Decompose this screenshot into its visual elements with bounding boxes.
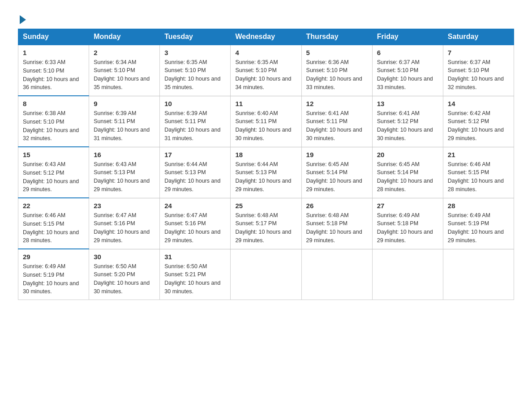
day-info: Sunrise: 6:49 AM Sunset: 5:18 PM Dayligh…: [377, 211, 438, 245]
calendar-cell: [301, 249, 372, 300]
day-number: 28: [448, 202, 509, 210]
day-info: Sunrise: 6:41 AM Sunset: 5:12 PM Dayligh…: [377, 109, 438, 143]
calendar-cell: 24 Sunrise: 6:47 AM Sunset: 5:16 PM Dayl…: [160, 198, 231, 249]
day-info: Sunrise: 6:47 AM Sunset: 5:16 PM Dayligh…: [94, 211, 155, 245]
day-info: Sunrise: 6:45 AM Sunset: 5:14 PM Dayligh…: [306, 160, 368, 194]
day-number: 9: [94, 100, 155, 107]
calendar-cell: 14 Sunrise: 6:42 AM Sunset: 5:12 PM Dayl…: [443, 96, 514, 147]
day-number: 17: [164, 151, 226, 158]
calendar-cell: 17 Sunrise: 6:44 AM Sunset: 5:13 PM Dayl…: [160, 147, 231, 198]
weekday-header-wednesday: Wednesday: [231, 29, 301, 45]
calendar-cell: 19 Sunrise: 6:45 AM Sunset: 5:14 PM Dayl…: [301, 147, 372, 198]
day-info: Sunrise: 6:34 AM Sunset: 5:10 PM Dayligh…: [94, 58, 155, 92]
calendar-cell: 8 Sunrise: 6:38 AM Sunset: 5:10 PM Dayli…: [18, 96, 89, 147]
day-number: 21: [448, 151, 509, 158]
calendar-cell: 18 Sunrise: 6:44 AM Sunset: 5:13 PM Dayl…: [231, 147, 301, 198]
weekday-header-friday: Friday: [372, 29, 443, 45]
day-info: Sunrise: 6:47 AM Sunset: 5:16 PM Dayligh…: [164, 211, 226, 245]
day-number: 10: [164, 100, 226, 107]
calendar-cell: 12 Sunrise: 6:41 AM Sunset: 5:11 PM Dayl…: [301, 96, 372, 147]
calendar-cell: 3 Sunrise: 6:35 AM Sunset: 5:10 PM Dayli…: [160, 45, 231, 96]
calendar-row-3: 15 Sunrise: 6:43 AM Sunset: 5:12 PM Dayl…: [18, 147, 514, 198]
day-number: 14: [448, 100, 509, 107]
day-info: Sunrise: 6:35 AM Sunset: 5:10 PM Dayligh…: [164, 58, 226, 92]
day-number: 13: [377, 100, 438, 107]
day-number: 20: [377, 151, 438, 158]
day-info: Sunrise: 6:36 AM Sunset: 5:10 PM Dayligh…: [306, 58, 368, 92]
day-number: 27: [377, 202, 438, 210]
day-info: Sunrise: 6:49 AM Sunset: 5:19 PM Dayligh…: [23, 262, 84, 296]
day-info: Sunrise: 6:37 AM Sunset: 5:10 PM Dayligh…: [377, 58, 438, 92]
day-info: Sunrise: 6:41 AM Sunset: 5:11 PM Dayligh…: [306, 109, 368, 143]
calendar-body: 1 Sunrise: 6:33 AM Sunset: 5:10 PM Dayli…: [18, 45, 514, 300]
day-number: 7: [448, 49, 509, 56]
day-number: 6: [377, 49, 438, 56]
day-number: 16: [94, 151, 155, 158]
calendar-cell: [443, 249, 514, 300]
calendar-cell: 27 Sunrise: 6:49 AM Sunset: 5:18 PM Dayl…: [372, 198, 443, 249]
day-info: Sunrise: 6:33 AM Sunset: 5:10 PM Dayligh…: [23, 58, 84, 92]
day-number: 18: [235, 151, 296, 158]
weekday-header-row: SundayMondayTuesdayWednesdayThursdayFrid…: [18, 29, 514, 45]
day-info: Sunrise: 6:43 AM Sunset: 5:12 PM Dayligh…: [23, 160, 84, 194]
day-info: Sunrise: 6:50 AM Sunset: 5:21 PM Dayligh…: [164, 262, 226, 296]
calendar-cell: 4 Sunrise: 6:35 AM Sunset: 5:10 PM Dayli…: [231, 45, 301, 96]
calendar-cell: 29 Sunrise: 6:49 AM Sunset: 5:19 PM Dayl…: [18, 249, 89, 300]
calendar-cell: 31 Sunrise: 6:50 AM Sunset: 5:21 PM Dayl…: [160, 249, 231, 300]
day-number: 4: [235, 49, 296, 56]
calendar-cell: 13 Sunrise: 6:41 AM Sunset: 5:12 PM Dayl…: [372, 96, 443, 147]
day-number: 24: [164, 202, 226, 210]
calendar-cell: 15 Sunrise: 6:43 AM Sunset: 5:12 PM Dayl…: [18, 147, 89, 198]
day-info: Sunrise: 6:39 AM Sunset: 5:11 PM Dayligh…: [94, 109, 155, 143]
day-info: Sunrise: 6:46 AM Sunset: 5:15 PM Dayligh…: [448, 160, 509, 194]
page-header: [18, 13, 514, 24]
calendar-cell: 23 Sunrise: 6:47 AM Sunset: 5:16 PM Dayl…: [89, 198, 160, 249]
calendar-cell: 5 Sunrise: 6:36 AM Sunset: 5:10 PM Dayli…: [301, 45, 372, 96]
day-number: 15: [23, 151, 84, 158]
day-info: Sunrise: 6:49 AM Sunset: 5:19 PM Dayligh…: [448, 211, 509, 245]
logo: [18, 13, 26, 24]
calendar-row-1: 1 Sunrise: 6:33 AM Sunset: 5:10 PM Dayli…: [18, 45, 514, 96]
calendar-cell: 2 Sunrise: 6:34 AM Sunset: 5:10 PM Dayli…: [89, 45, 160, 96]
calendar-row-4: 22 Sunrise: 6:46 AM Sunset: 5:15 PM Dayl…: [18, 198, 514, 249]
day-info: Sunrise: 6:50 AM Sunset: 5:20 PM Dayligh…: [94, 262, 155, 296]
day-info: Sunrise: 6:40 AM Sunset: 5:11 PM Dayligh…: [235, 109, 296, 143]
day-info: Sunrise: 6:45 AM Sunset: 5:14 PM Dayligh…: [377, 160, 438, 194]
day-info: Sunrise: 6:42 AM Sunset: 5:12 PM Dayligh…: [448, 109, 509, 143]
day-info: Sunrise: 6:44 AM Sunset: 5:13 PM Dayligh…: [164, 160, 226, 194]
day-number: 12: [306, 100, 368, 107]
weekday-header-tuesday: Tuesday: [160, 29, 231, 45]
calendar-cell: 28 Sunrise: 6:49 AM Sunset: 5:19 PM Dayl…: [443, 198, 514, 249]
day-number: 22: [23, 202, 84, 210]
day-number: 5: [306, 49, 368, 56]
day-number: 1: [23, 49, 84, 56]
day-info: Sunrise: 6:44 AM Sunset: 5:13 PM Dayligh…: [235, 160, 296, 194]
calendar-cell: 1 Sunrise: 6:33 AM Sunset: 5:10 PM Dayli…: [18, 45, 89, 96]
calendar-row-5: 29 Sunrise: 6:49 AM Sunset: 5:19 PM Dayl…: [18, 249, 514, 300]
day-number: 23: [94, 202, 155, 210]
day-number: 25: [235, 202, 296, 210]
day-number: 31: [164, 253, 226, 261]
calendar-cell: 30 Sunrise: 6:50 AM Sunset: 5:20 PM Dayl…: [89, 249, 160, 300]
calendar-cell: 16 Sunrise: 6:43 AM Sunset: 5:13 PM Dayl…: [89, 147, 160, 198]
calendar-cell: [231, 249, 301, 300]
calendar-cell: 9 Sunrise: 6:39 AM Sunset: 5:11 PM Dayli…: [89, 96, 160, 147]
day-info: Sunrise: 6:37 AM Sunset: 5:10 PM Dayligh…: [448, 58, 509, 92]
day-info: Sunrise: 6:38 AM Sunset: 5:10 PM Dayligh…: [23, 109, 84, 143]
calendar-cell: 7 Sunrise: 6:37 AM Sunset: 5:10 PM Dayli…: [443, 45, 514, 96]
day-info: Sunrise: 6:35 AM Sunset: 5:10 PM Dayligh…: [235, 58, 296, 92]
day-number: 30: [94, 253, 155, 261]
weekday-header-sunday: Sunday: [18, 29, 89, 45]
day-info: Sunrise: 6:39 AM Sunset: 5:11 PM Dayligh…: [164, 109, 226, 143]
calendar-cell: 20 Sunrise: 6:45 AM Sunset: 5:14 PM Dayl…: [372, 147, 443, 198]
day-info: Sunrise: 6:43 AM Sunset: 5:13 PM Dayligh…: [94, 160, 155, 194]
day-number: 3: [164, 49, 226, 56]
calendar-cell: 21 Sunrise: 6:46 AM Sunset: 5:15 PM Dayl…: [443, 147, 514, 198]
calendar-header: SundayMondayTuesdayWednesdayThursdayFrid…: [18, 29, 514, 45]
calendar-cell: 26 Sunrise: 6:48 AM Sunset: 5:18 PM Dayl…: [301, 198, 372, 249]
day-number: 8: [23, 100, 84, 107]
calendar-cell: 10 Sunrise: 6:39 AM Sunset: 5:11 PM Dayl…: [160, 96, 231, 147]
day-number: 29: [23, 253, 84, 261]
weekday-header-thursday: Thursday: [301, 29, 372, 45]
calendar-cell: 22 Sunrise: 6:46 AM Sunset: 5:15 PM Dayl…: [18, 198, 89, 249]
